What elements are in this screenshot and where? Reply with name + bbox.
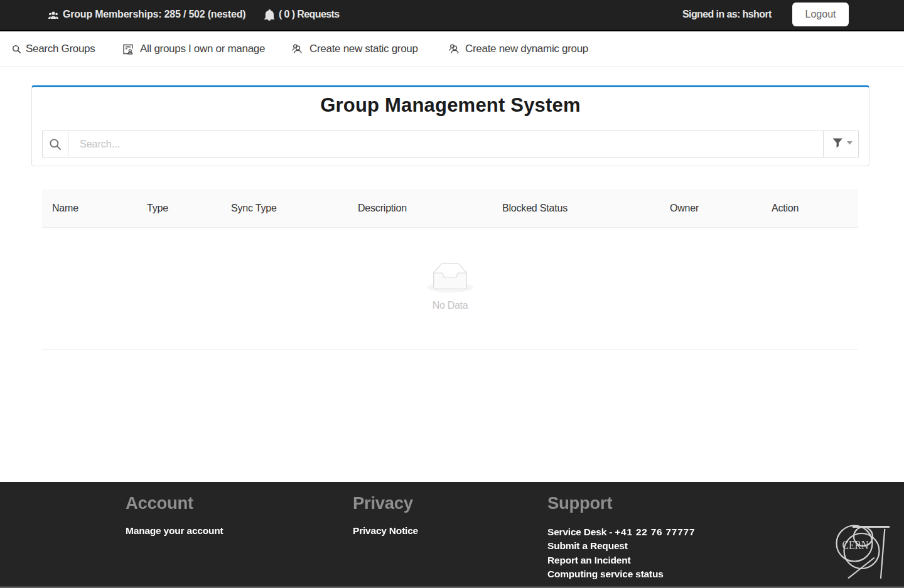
- svg-text:CERN: CERN: [842, 538, 869, 552]
